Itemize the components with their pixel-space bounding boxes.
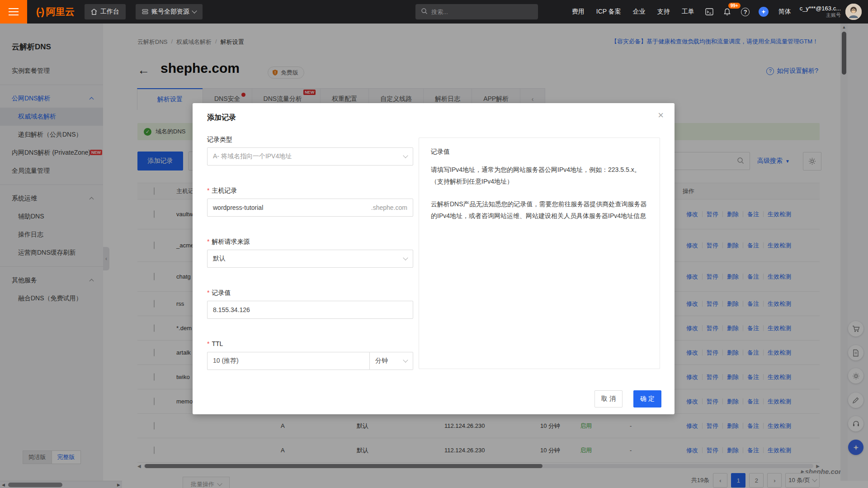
ttl-unit-select[interactable]: 分钟: [370, 352, 413, 370]
search-icon: [421, 8, 428, 16]
menu-tickets[interactable]: 工单: [676, 8, 700, 16]
user-account[interactable]: c_y***@163.c... 主账号: [800, 5, 841, 19]
account-resources-dropdown[interactable]: 账号全部资源: [136, 4, 203, 19]
help-title: 记录值: [431, 148, 648, 156]
acs-app-icon[interactable]: [755, 0, 773, 24]
topbar: (-) 阿里云 工作台 账号全部资源 费用 ICP 备案 企业 支持 工单 99…: [0, 0, 868, 24]
confirm-button[interactable]: 确 定: [633, 390, 661, 407]
record-type-label: 记录类型: [207, 136, 232, 144]
terminal-icon[interactable]: [700, 0, 718, 24]
record-value-label: *记录值: [207, 289, 231, 297]
close-icon[interactable]: ×: [658, 110, 664, 120]
chevron-down-icon: [403, 357, 408, 362]
ttl-label: *TTL: [207, 340, 223, 347]
language-switch[interactable]: 简体: [773, 8, 797, 16]
help-paragraph: 请填写IPv4地址，通常为您的网站服务器公网IPv4地址，例如：223.5.5.…: [431, 164, 648, 188]
menu-icon[interactable]: [0, 0, 27, 24]
record-type-select[interactable]: A- 将域名指向一个IPV4地址: [207, 147, 413, 166]
host-record-input[interactable]: wordpress-tutorial .shephe.com: [207, 199, 413, 217]
help-icon[interactable]: ?: [736, 0, 755, 24]
record-form: 记录类型 A- 将域名指向一个IPV4地址 *主机记录 wordpress-tu…: [207, 103, 413, 384]
domain-suffix: .shephe.com: [371, 204, 407, 211]
request-source-select[interactable]: 默认: [207, 250, 413, 268]
chevron-down-icon: [403, 255, 408, 260]
alibaba-cloud-logo[interactable]: (-) 阿里云: [36, 5, 75, 18]
record-value-help-panel: 记录值 请填写IPv4地址，通常为您的网站服务器公网IPv4地址，例如：223.…: [419, 137, 660, 369]
user-email: c_y***@163.c...: [800, 5, 841, 12]
menu-expenses[interactable]: 费用: [566, 8, 590, 16]
user-role: 主账号: [800, 12, 841, 19]
help-paragraph: 云解析DNS产品无法知悉您的记录值，需要您前往服务器提供商处查询服务器的IPv4…: [431, 199, 648, 222]
chevron-down-icon: [403, 153, 408, 158]
add-record-modal: 添加记录 × 记录类型 A- 将域名指向一个IPV4地址 *主机记录 wordp…: [193, 103, 675, 414]
menu-enterprise[interactable]: 企业: [627, 8, 651, 16]
notifications-bell-icon[interactable]: 99+: [718, 0, 736, 24]
menu-icp[interactable]: ICP 备案: [590, 8, 627, 16]
home-icon: [91, 9, 97, 15]
avatar[interactable]: [845, 4, 862, 20]
request-source-label: *解析请求来源: [207, 238, 250, 246]
modal-footer: 取 消 确 定: [594, 390, 661, 407]
workbench-button[interactable]: 工作台: [85, 4, 126, 19]
record-value-input[interactable]: 8.155.34.126: [207, 301, 413, 319]
menu-support[interactable]: 支持: [651, 8, 676, 16]
cancel-button[interactable]: 取 消: [594, 390, 623, 407]
host-record-label: *主机记录: [207, 187, 237, 195]
logo-icon: (-): [36, 6, 43, 18]
topbar-right: 费用 ICP 备案 企业 支持 工单 99+ ? 简体 c_y***@163.c…: [566, 0, 862, 24]
search-input[interactable]: [431, 9, 526, 15]
ttl-input[interactable]: 10 (推荐): [207, 352, 370, 370]
chevron-down-icon: [192, 8, 197, 13]
resources-icon: [142, 9, 148, 15]
global-search: [415, 4, 538, 19]
